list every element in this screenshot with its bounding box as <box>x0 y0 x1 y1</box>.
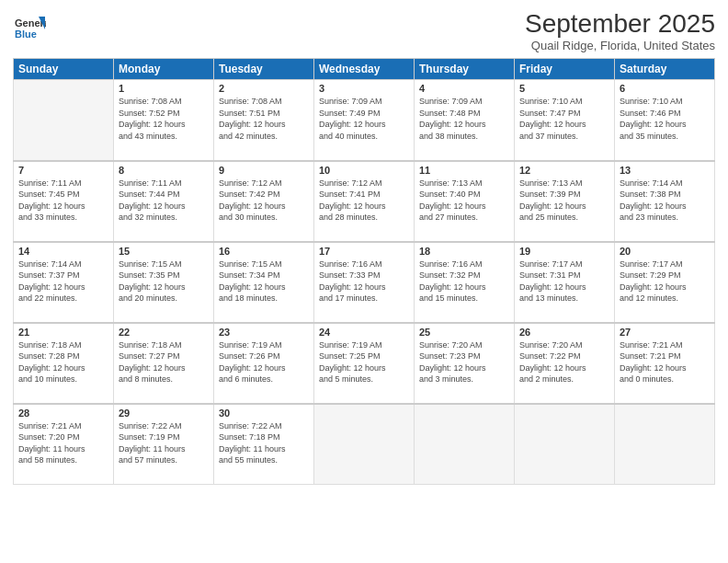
day-info: Sunrise: 7:14 AMSunset: 7:38 PMDaylight:… <box>620 178 710 224</box>
day-info: Sunrise: 7:08 AMSunset: 7:51 PMDaylight:… <box>219 96 309 142</box>
day-number: 30 <box>219 408 309 419</box>
day-number: 12 <box>519 165 609 176</box>
day-number: 18 <box>419 246 509 257</box>
weekday-header-friday: Friday <box>515 59 615 80</box>
calendar-cell: 28Sunrise: 7:21 AMSunset: 7:20 PMDayligh… <box>14 404 114 485</box>
day-info: Sunrise: 7:19 AMSunset: 7:25 PMDaylight:… <box>319 339 409 385</box>
day-info: Sunrise: 7:11 AMSunset: 7:44 PMDaylight:… <box>119 178 209 224</box>
day-info: Sunrise: 7:18 AMSunset: 7:28 PMDaylight:… <box>18 339 108 385</box>
logo: General Blue <box>13 13 46 46</box>
calendar-cell: 9Sunrise: 7:12 AMSunset: 7:42 PMDaylight… <box>214 161 314 242</box>
day-info: Sunrise: 7:11 AMSunset: 7:45 PMDaylight:… <box>18 178 108 224</box>
day-number: 24 <box>319 327 409 338</box>
calendar-cell: 1Sunrise: 7:08 AMSunset: 7:52 PMDaylight… <box>114 80 214 161</box>
day-number: 1 <box>119 83 209 94</box>
calendar-cell: 16Sunrise: 7:15 AMSunset: 7:34 PMDayligh… <box>214 242 314 323</box>
day-info: Sunrise: 7:18 AMSunset: 7:27 PMDaylight:… <box>119 339 209 385</box>
day-info: Sunrise: 7:13 AMSunset: 7:39 PMDaylight:… <box>519 178 609 224</box>
day-number: 23 <box>219 327 309 338</box>
weekday-header-tuesday: Tuesday <box>214 59 314 80</box>
calendar-cell: 21Sunrise: 7:18 AMSunset: 7:28 PMDayligh… <box>14 323 114 404</box>
calendar-cell: 8Sunrise: 7:11 AMSunset: 7:44 PMDaylight… <box>114 161 214 242</box>
day-number: 21 <box>18 327 108 338</box>
day-number: 2 <box>219 83 309 94</box>
location-subtitle: Quail Ridge, Florida, United States <box>525 39 715 52</box>
day-number: 8 <box>119 165 209 176</box>
day-info: Sunrise: 7:12 AMSunset: 7:42 PMDaylight:… <box>219 178 309 224</box>
day-number: 27 <box>620 327 710 338</box>
logo-svg: General Blue <box>13 13 46 46</box>
calendar-cell: 17Sunrise: 7:16 AMSunset: 7:33 PMDayligh… <box>314 242 415 323</box>
day-number: 19 <box>519 246 609 257</box>
month-title: September 2025 <box>525 9 715 39</box>
calendar-cell: 11Sunrise: 7:13 AMSunset: 7:40 PMDayligh… <box>415 161 515 242</box>
day-number: 10 <box>319 165 409 176</box>
svg-text:Blue: Blue <box>15 29 37 40</box>
calendar-cell: 15Sunrise: 7:15 AMSunset: 7:35 PMDayligh… <box>114 242 214 323</box>
calendar-cell: 25Sunrise: 7:20 AMSunset: 7:23 PMDayligh… <box>415 323 515 404</box>
day-number: 3 <box>319 83 409 94</box>
calendar-cell: 2Sunrise: 7:08 AMSunset: 7:51 PMDaylight… <box>214 80 314 161</box>
week-row-5: 28Sunrise: 7:21 AMSunset: 7:20 PMDayligh… <box>14 404 715 485</box>
title-block: September 2025 Quail Ridge, Florida, Uni… <box>525 9 715 52</box>
calendar-cell: 14Sunrise: 7:14 AMSunset: 7:37 PMDayligh… <box>14 242 114 323</box>
day-info: Sunrise: 7:16 AMSunset: 7:33 PMDaylight:… <box>319 259 409 304</box>
calendar-cell: 13Sunrise: 7:14 AMSunset: 7:38 PMDayligh… <box>615 161 715 242</box>
day-number: 20 <box>620 246 710 257</box>
day-info: Sunrise: 7:15 AMSunset: 7:35 PMDaylight:… <box>119 259 209 304</box>
day-info: Sunrise: 7:08 AMSunset: 7:52 PMDaylight:… <box>119 96 209 142</box>
calendar-cell: 23Sunrise: 7:19 AMSunset: 7:26 PMDayligh… <box>214 323 314 404</box>
day-info: Sunrise: 7:20 AMSunset: 7:22 PMDaylight:… <box>519 339 609 385</box>
day-info: Sunrise: 7:22 AMSunset: 7:19 PMDaylight:… <box>119 420 209 466</box>
calendar-cell: 10Sunrise: 7:12 AMSunset: 7:41 PMDayligh… <box>314 161 415 242</box>
day-number: 16 <box>219 246 309 257</box>
calendar-cell: 22Sunrise: 7:18 AMSunset: 7:27 PMDayligh… <box>114 323 214 404</box>
calendar-cell: 27Sunrise: 7:21 AMSunset: 7:21 PMDayligh… <box>615 323 715 404</box>
calendar-cell: 3Sunrise: 7:09 AMSunset: 7:49 PMDaylight… <box>314 80 415 161</box>
day-info: Sunrise: 7:14 AMSunset: 7:37 PMDaylight:… <box>18 259 108 304</box>
day-info: Sunrise: 7:17 AMSunset: 7:29 PMDaylight:… <box>620 259 710 304</box>
day-number: 28 <box>18 408 108 419</box>
day-number: 26 <box>519 327 609 338</box>
day-info: Sunrise: 7:17 AMSunset: 7:31 PMDaylight:… <box>519 259 609 304</box>
calendar-table: SundayMondayTuesdayWednesdayThursdayFrid… <box>13 58 715 485</box>
calendar-cell: 12Sunrise: 7:13 AMSunset: 7:39 PMDayligh… <box>515 161 615 242</box>
day-info: Sunrise: 7:16 AMSunset: 7:32 PMDaylight:… <box>419 259 509 304</box>
calendar-cell <box>314 404 415 485</box>
day-number: 6 <box>620 83 710 94</box>
calendar-cell <box>14 80 114 161</box>
calendar-cell: 6Sunrise: 7:10 AMSunset: 7:46 PMDaylight… <box>615 80 715 161</box>
day-info: Sunrise: 7:13 AMSunset: 7:40 PMDaylight:… <box>419 178 509 224</box>
day-number: 13 <box>620 165 710 176</box>
day-info: Sunrise: 7:10 AMSunset: 7:46 PMDaylight:… <box>620 96 710 142</box>
calendar-cell: 18Sunrise: 7:16 AMSunset: 7:32 PMDayligh… <box>415 242 515 323</box>
week-row-4: 21Sunrise: 7:18 AMSunset: 7:28 PMDayligh… <box>14 323 715 404</box>
day-info: Sunrise: 7:21 AMSunset: 7:20 PMDaylight:… <box>18 420 108 466</box>
day-info: Sunrise: 7:22 AMSunset: 7:18 PMDaylight:… <box>219 420 309 466</box>
day-info: Sunrise: 7:19 AMSunset: 7:26 PMDaylight:… <box>219 339 309 385</box>
weekday-header-sunday: Sunday <box>14 59 114 80</box>
day-number: 11 <box>419 165 509 176</box>
calendar-cell <box>415 404 515 485</box>
weekday-header-row: SundayMondayTuesdayWednesdayThursdayFrid… <box>14 59 715 80</box>
weekday-header-monday: Monday <box>114 59 214 80</box>
day-number: 15 <box>119 246 209 257</box>
calendar-cell <box>515 404 615 485</box>
day-number: 5 <box>519 83 609 94</box>
day-info: Sunrise: 7:15 AMSunset: 7:34 PMDaylight:… <box>219 259 309 304</box>
week-row-3: 14Sunrise: 7:14 AMSunset: 7:37 PMDayligh… <box>14 242 715 323</box>
day-info: Sunrise: 7:09 AMSunset: 7:49 PMDaylight:… <box>319 96 409 142</box>
day-number: 29 <box>119 408 209 419</box>
week-row-1: 1Sunrise: 7:08 AMSunset: 7:52 PMDaylight… <box>14 80 715 161</box>
calendar-cell: 4Sunrise: 7:09 AMSunset: 7:48 PMDaylight… <box>415 80 515 161</box>
calendar-cell: 24Sunrise: 7:19 AMSunset: 7:25 PMDayligh… <box>314 323 415 404</box>
day-number: 25 <box>419 327 509 338</box>
calendar-cell: 7Sunrise: 7:11 AMSunset: 7:45 PMDaylight… <box>14 161 114 242</box>
day-number: 9 <box>219 165 309 176</box>
day-info: Sunrise: 7:10 AMSunset: 7:47 PMDaylight:… <box>519 96 609 142</box>
calendar-cell: 30Sunrise: 7:22 AMSunset: 7:18 PMDayligh… <box>214 404 314 485</box>
header: General Blue September 2025 Quail Ridge,… <box>13 9 715 52</box>
page: General Blue September 2025 Quail Ridge,… <box>0 0 728 563</box>
day-number: 7 <box>18 165 108 176</box>
week-row-2: 7Sunrise: 7:11 AMSunset: 7:45 PMDaylight… <box>14 161 715 242</box>
